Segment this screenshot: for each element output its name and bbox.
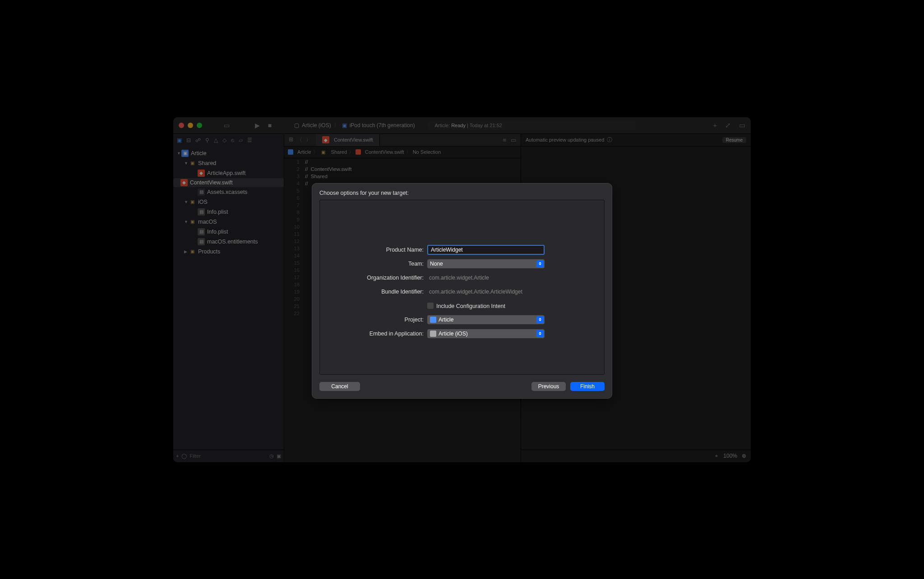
project-select[interactable]: Article	[427, 315, 545, 324]
xcode-window: ▭ ▶ ■ ▢ Article (iOS) 〉 ▣ iPod touch (7t…	[173, 117, 751, 462]
sheet-title: Choose options for your new target:	[312, 184, 612, 200]
project-label: Project:	[320, 317, 427, 323]
bundle-id-label: Bundle Identifier:	[320, 289, 427, 295]
product-name-input[interactable]	[427, 245, 545, 255]
sheet-button-row: Cancel Previous Finish	[312, 375, 612, 398]
form-panel: Product Name: Team: None Organization Id…	[319, 200, 605, 375]
project-icon	[430, 317, 436, 323]
chevron-updown-icon	[536, 330, 544, 337]
new-target-sheet: Choose options for your new target: Prod…	[312, 183, 612, 399]
embed-select[interactable]: Article (iOS)	[427, 329, 545, 338]
chevron-updown-icon	[536, 260, 544, 267]
org-id-value: com.article.widget.Article	[427, 275, 545, 281]
finish-button[interactable]: Finish	[570, 382, 605, 391]
org-id-label: Organization Identifier:	[320, 275, 427, 281]
cancel-button[interactable]: Cancel	[319, 382, 360, 391]
chevron-updown-icon	[536, 316, 544, 323]
embed-label: Embed in Application:	[320, 331, 427, 337]
product-name-label: Product Name:	[320, 247, 427, 253]
team-select[interactable]: None	[427, 259, 545, 268]
previous-button[interactable]: Previous	[531, 382, 566, 391]
app-icon	[430, 331, 436, 337]
intent-label: Include Configuration Intent	[436, 303, 505, 309]
intent-checkbox[interactable]	[427, 303, 434, 309]
team-label: Team:	[320, 261, 427, 267]
bundle-id-value: com.article.widget.Article.ArticleWidget	[427, 289, 545, 295]
